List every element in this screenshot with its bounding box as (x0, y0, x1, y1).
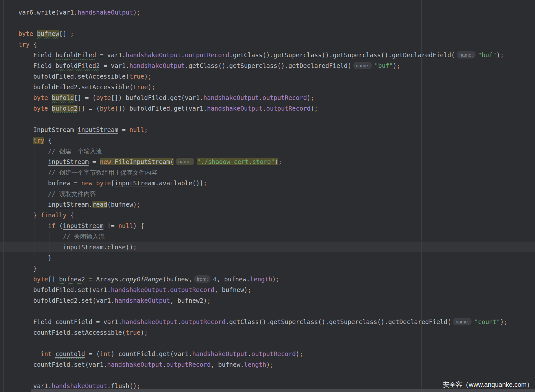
code-line[interactable]: Field countField = var1.handshakeOutput.… (18, 317, 508, 327)
code-line[interactable]: bufoldFiled.setAccessible(true); (18, 71, 152, 82)
code-line[interactable]: inputStream = new FileInputStream(name:"… (18, 157, 282, 167)
code-token: . (177, 318, 181, 325)
code-token: ) (296, 350, 299, 357)
code-token: handshakeOutput (122, 318, 177, 325)
indent-spaces (18, 297, 33, 304)
code-token: null (129, 126, 144, 133)
code-line[interactable]: countField.set(var1.handshakeOutput.outp… (18, 359, 273, 370)
code-token: outputRecord (181, 318, 225, 325)
code-line[interactable]: // 读取文件内容 (18, 189, 96, 199)
horizontal-scrollbar[interactable] (31, 389, 535, 392)
code-line[interactable]: bufoldFiled2.setAccessible(true); (18, 82, 155, 93)
code-token: ) (500, 318, 504, 325)
code-line[interactable]: Field bufoldFiled = var1.handshakeOutput… (18, 50, 504, 60)
code-token: . (166, 286, 170, 293)
code-token: handshakeOutput (114, 297, 170, 304)
code-token: length (244, 361, 266, 368)
code-token: "buf" (478, 51, 497, 59)
code-line[interactable]: if (inputStream != null) { (18, 221, 144, 231)
code-token: { (44, 137, 52, 144)
code-token: InputStream (33, 126, 78, 133)
code-line[interactable]: try { (18, 135, 52, 146)
indent-spaces (18, 222, 48, 229)
indent-spaces (18, 105, 33, 112)
code-token: handshakeOutput (129, 62, 185, 69)
code-token: ; (144, 126, 148, 133)
code-token: true (129, 73, 144, 80)
code-token: ) countField.get(var1. (111, 350, 192, 357)
code-token: byte (96, 180, 111, 187)
code-token: byte (100, 105, 115, 112)
code-token (52, 350, 55, 357)
code-line[interactable]: inputStream.read(bufnew); (18, 199, 141, 210)
code-token: Field (33, 51, 56, 59)
code-token: "buf" (374, 62, 393, 69)
code-line[interactable]: countField.setAccessible(true); (18, 327, 148, 338)
code-line[interactable]: InputStream inputStream = null; (18, 125, 148, 135)
code-token: } (33, 265, 37, 272)
indent-spaces (18, 244, 63, 251)
code-token (33, 30, 37, 37)
code-token: ) (144, 73, 148, 80)
code-token: (bufnew, (163, 276, 192, 283)
inline-parameter-hint: name: (176, 158, 194, 165)
code-token: inputStream (114, 180, 155, 187)
code-token: inputStream (48, 158, 89, 166)
code-line[interactable]: int countold = (int) countField.get(var1… (18, 349, 303, 359)
code-token: []) bufoldFiled.get(var1. (114, 105, 207, 112)
code-token: = (118, 126, 129, 133)
code-line[interactable]: bufoldFiled2.set(var1.handshakeOutput, b… (18, 295, 211, 306)
code-line[interactable]: // 创建一个输入流 (18, 146, 102, 157)
code-token: ; (144, 329, 148, 336)
code-line[interactable]: } finally { (18, 210, 74, 221)
code-line[interactable]: Field bufoldFiled2 = var1.handshakeOutpu… (18, 60, 400, 71)
code-token: bufoldFiled2.set(var1. (33, 297, 115, 304)
code-token: ; (504, 318, 508, 325)
code-token: } (48, 254, 52, 261)
code-token: bufold2 (52, 105, 78, 112)
code-line[interactable]: try { (18, 39, 37, 50)
code-token: var6.write(var1. (18, 9, 78, 16)
code-token: ; (137, 201, 140, 208)
code-token: . (248, 350, 251, 357)
code-token: . (163, 361, 166, 368)
code-line[interactable]: // 关闭输入流 (18, 231, 105, 242)
code-token: = var1. (100, 62, 130, 69)
code-token: // 读取文件内容 (48, 190, 96, 197)
code-line[interactable]: byte bufold2[] = (byte[]) bufoldFiled.ge… (18, 103, 318, 114)
code-token: bufnew (37, 30, 59, 37)
code-line[interactable]: } (18, 253, 52, 263)
code-editor[interactable]: var6.write(var1.handshakeOutput);byte bu… (0, 0, 535, 392)
code-line[interactable]: bufoldFiled.set(var1.handshakeOutput.out… (18, 285, 251, 295)
code-line[interactable]: // 创建一个字节数组用于保存文件内容 (18, 167, 157, 178)
code-token: != (103, 222, 118, 229)
code-token: [] (59, 30, 70, 37)
code-token: , bufnew. (211, 361, 244, 368)
code-line[interactable]: var6.write(var1.handshakeOutput); (18, 7, 141, 18)
code-line[interactable]: byte bufnew[] ; (18, 28, 74, 39)
code-token: // 创建一个输入流 (48, 147, 102, 155)
code-token: . (89, 201, 92, 208)
code-line[interactable]: } (18, 263, 37, 274)
indent-spaces (18, 276, 33, 283)
code-token: , bufnew. (217, 276, 250, 283)
code-token: Field countField = var1. (33, 318, 122, 325)
code-token: new (81, 180, 92, 187)
code-token: (bufnew) (107, 201, 137, 208)
code-line[interactable]: byte[] bufnew2 = Arrays.copyOfRange(bufn… (18, 274, 280, 285)
code-token: [ (111, 180, 114, 187)
code-token: bufoldFiled.setAccessible( (33, 73, 129, 80)
code-line[interactable]: inputStream.close(); (18, 242, 137, 253)
code-token (48, 105, 52, 112)
code-line[interactable]: byte bufold[] = (byte[]) bufoldFiled.get… (18, 93, 314, 103)
code-token: true (126, 329, 141, 336)
code-token: ) (266, 361, 270, 368)
code-token: ; (248, 286, 251, 293)
inline-parameter-hint: from: (194, 275, 210, 283)
code-token: = (89, 158, 100, 165)
code-token: null (118, 222, 133, 229)
indent-spaces (18, 350, 41, 357)
code-token: int (41, 350, 52, 357)
code-line[interactable]: bufnew = new byte[inputStream.available(… (18, 178, 207, 189)
code-token: inputStream (63, 244, 103, 251)
